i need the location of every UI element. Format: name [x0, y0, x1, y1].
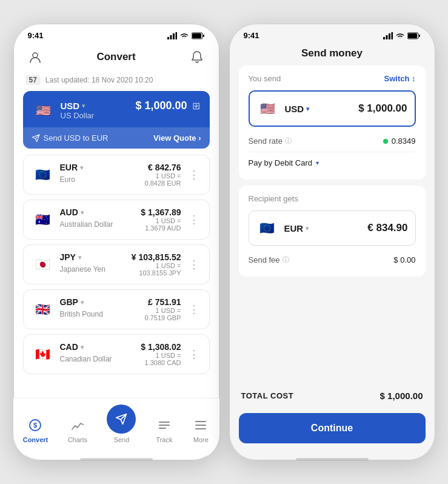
nav-more[interactable]: More	[192, 417, 209, 443]
list-item[interactable]: 🇪🇺 EUR ▾ € 842.76 Euro 1 USD = 0.8428 EU…	[23, 155, 210, 195]
last-updated-text: Last updated: 18 Nov 2020 10:20	[45, 76, 153, 84]
nav-charts[interactable]: Charts	[68, 417, 87, 443]
time-2: 9:41	[244, 31, 259, 40]
pay-method-chevron: ▾	[316, 160, 319, 166]
home-indicator	[80, 458, 153, 460]
eur-amount: € 842.76	[148, 163, 181, 172]
eur-menu-icon[interactable]: ⋮	[187, 168, 201, 181]
send-rate-value: 0.8349	[383, 136, 416, 146]
jpy-info: JPY ▾ ¥ 103,815.52 Japanese Yen 1 USD = …	[60, 252, 181, 277]
gbp-rate: 1 USD = 0.7519 GBP	[145, 307, 181, 321]
svg-rect-6	[203, 35, 204, 37]
send-icon	[32, 134, 40, 143]
send-fee-row: Send fee ⓘ $ 0.00	[249, 252, 416, 268]
last-updated-bar: 57 Last updated: 18 Nov 2020 10:20	[13, 73, 219, 91]
person-icon	[28, 50, 42, 64]
svg-rect-13	[195, 421, 206, 422]
eur-rate: 1 USD = 0.8428 EUR	[145, 172, 181, 187]
svg-rect-3	[175, 32, 177, 39]
battery-icon-2	[407, 32, 421, 39]
send-quote-bar[interactable]: Send USD to EUR View Quote ›	[23, 127, 210, 149]
eur-flag: 🇪🇺	[32, 164, 54, 186]
you-send-section: You send Switch ↕ 🇺🇸 USD ▾ $ 1,000.00 Se…	[239, 66, 426, 180]
send-fee-value: $ 0.00	[393, 255, 415, 264]
pay-method-row[interactable]: Pay by Debit Card ▾	[249, 155, 416, 171]
cad-rate: 1 USD = 1.3080 CAD	[145, 352, 181, 366]
send-amount: $ 1,000.00	[315, 103, 407, 115]
nav-send[interactable]: Send	[107, 405, 136, 443]
primary-currency-name: US Dollar	[61, 111, 95, 120]
you-send-label: You send	[249, 74, 281, 83]
send-usd-code: USD ▾	[285, 104, 310, 114]
send-currency-selector[interactable]: 🇺🇸 USD ▾ $ 1,000.00	[249, 90, 416, 127]
aud-name: Australian Dollar	[60, 220, 113, 229]
send-rate-row: Send rate ⓘ 0.8349	[249, 133, 416, 149]
nav-convert[interactable]: $ Convert	[23, 417, 48, 443]
status-bar-2: 9:41	[229, 24, 435, 42]
pay-method-selector[interactable]: Pay by Debit Card ▾	[249, 158, 319, 167]
notifications-button[interactable]	[187, 47, 207, 67]
send-nav-label: Send	[114, 436, 130, 443]
track-nav-label: Track	[156, 436, 172, 443]
send-nav-icon	[115, 413, 127, 425]
recipient-gets-header: Recipient gets	[249, 194, 416, 203]
aud-rate: 1 USD = 1.3679 AUD	[145, 217, 181, 232]
svg-rect-19	[391, 32, 393, 39]
svg-rect-18	[389, 33, 390, 39]
profile-button[interactable]	[25, 47, 45, 67]
cad-code: CAD ▾	[60, 342, 84, 352]
total-cost-bar: TOTAL COST $ 1,000.00	[229, 381, 435, 411]
continue-button[interactable]: Continue	[239, 413, 426, 443]
recipient-amount: € 834.90	[315, 222, 407, 234]
view-quote-link[interactable]: View Quote ›	[153, 133, 201, 143]
send-rate-info-icon: ⓘ	[285, 136, 292, 146]
divider-1	[249, 152, 416, 152]
list-item[interactable]: 🇯🇵 JPY ▾ ¥ 103,815.52 Japanese Yen 1 USD…	[23, 244, 210, 284]
aud-flag: 🇦🇺	[32, 209, 54, 230]
signal-icon	[167, 32, 177, 39]
aud-amount: $ 1,367.89	[141, 207, 181, 217]
svg-rect-17	[386, 35, 387, 39]
jpy-flag: 🇯🇵	[32, 254, 54, 275]
svg-rect-2	[173, 33, 175, 39]
time-1: 9:41	[28, 31, 44, 40]
list-item[interactable]: 🇦🇺 AUD ▾ $ 1,367.89 Australian Dollar 1 …	[23, 200, 210, 240]
svg-rect-11	[159, 425, 170, 426]
svg-text:$: $	[33, 422, 37, 429]
primary-currency-left: 🇺🇸 USD ▾ US Dollar	[33, 99, 95, 121]
gbp-info: GBP ▾ £ 751.91 British Pound 1 USD = 0.7…	[60, 297, 181, 321]
recipient-gets-section: Recipient gets 🇪🇺 EUR ▾ € 834.90 Send fe…	[239, 186, 426, 277]
send-nav-button[interactable]	[107, 405, 136, 434]
wifi-icon-2	[395, 32, 405, 39]
recipient-chevron: ▾	[306, 225, 309, 232]
aud-menu-icon[interactable]: ⋮	[187, 213, 201, 226]
list-item[interactable]: 🇨🇦 CAD ▾ $ 1,308.02 Canadian Dollar 1 US…	[23, 334, 210, 374]
convert-nav-icon: $	[27, 417, 44, 434]
recipient-currency-selector[interactable]: 🇪🇺 EUR ▾ € 834.90	[249, 210, 416, 246]
phone-send-money: 9:41	[229, 24, 435, 460]
send-money-header: Send money	[229, 42, 435, 66]
status-icons-1	[167, 32, 205, 39]
jpy-menu-icon[interactable]: ⋮	[187, 258, 201, 271]
cad-menu-icon[interactable]: ⋮	[187, 348, 201, 361]
charts-nav-icon	[69, 417, 86, 434]
send-chevron: ▾	[306, 106, 309, 112]
send-fee-info-icon: ⓘ	[283, 255, 289, 264]
gbp-menu-icon[interactable]: ⋮	[187, 303, 201, 316]
primary-amount-area: $ 1,000.00 ⊞	[135, 99, 199, 112]
svg-rect-0	[167, 37, 169, 39]
switch-button[interactable]: Switch ↕	[384, 74, 415, 83]
svg-rect-14	[195, 425, 206, 426]
currency-chevron: ▾	[82, 103, 85, 109]
recipient-eur-flag: 🇪🇺	[256, 217, 278, 239]
primary-currency-card[interactable]: 🇺🇸 USD ▾ US Dollar $ 1,000.00 ⊞	[23, 91, 210, 149]
total-cost-label: TOTAL COST	[241, 391, 294, 400]
calculator-icon: ⊞	[192, 100, 200, 112]
svg-rect-12	[159, 428, 166, 429]
list-item[interactable]: 🇬🇧 GBP ▾ £ 751.91 British Pound 1 USD = …	[23, 289, 210, 329]
nav-track[interactable]: Track	[156, 417, 173, 443]
gbp-name: British Pound	[60, 310, 103, 318]
aud-info: AUD ▾ $ 1,367.89 Australian Dollar 1 USD…	[60, 207, 181, 232]
wifi-icon	[179, 32, 189, 39]
spacer	[229, 283, 435, 378]
